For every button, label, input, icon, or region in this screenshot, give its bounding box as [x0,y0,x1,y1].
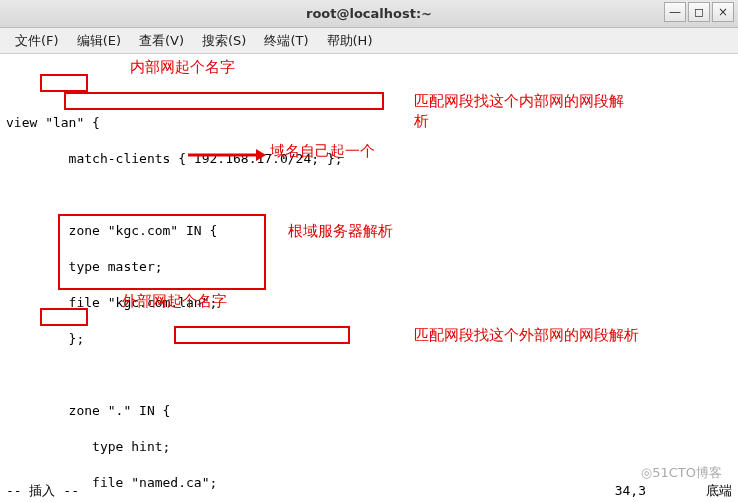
scroll-location: 底端 [706,482,732,500]
menubar: 文件(F) 编辑(E) 查看(V) 搜索(S) 终端(T) 帮助(H) [0,28,738,54]
arrow-icon [188,148,266,162]
code-line: type master; [6,258,732,276]
close-button[interactable]: × [712,2,734,22]
terminal-area[interactable]: view "lan" { match-clients { 192.168.17.… [0,54,738,502]
menu-edit[interactable]: 编辑(E) [68,29,130,53]
code-line: match-clients { 192.168.17.0/24; }; [6,150,732,168]
menu-file[interactable]: 文件(F) [6,29,68,53]
window-title: root@localhost:~ [0,6,738,21]
code-line: zone "." IN { [6,402,732,420]
menu-terminal[interactable]: 终端(T) [255,29,317,53]
menu-search[interactable]: 搜索(S) [193,29,255,53]
minimize-button[interactable]: — [664,2,686,22]
blank-line [6,78,732,96]
code-line: file "kgc.com.lan"; [6,294,732,312]
maximize-button[interactable]: ◻ [688,2,710,22]
cursor-position: 34,3 [615,482,646,500]
vim-mode: -- 插入 -- [6,482,79,500]
menu-help[interactable]: 帮助(H) [318,29,382,53]
code-line: }; [6,330,732,348]
code-line [6,186,732,204]
status-bar: -- 插入 -- 34,3 底端 [6,482,732,500]
watermark: ◎51CTO博客 [641,464,722,482]
code-line: zone "kgc.com" IN { [6,222,732,240]
titlebar: root@localhost:~ — ◻ × [0,0,738,28]
code-line [6,366,732,384]
window-controls: — ◻ × [664,2,734,22]
annotation-lan-name: 内部网起个名字 [130,58,235,76]
code-line: type hint; [6,438,732,456]
svg-marker-1 [256,149,266,161]
code-line: view "lan" { [6,114,732,132]
menu-view[interactable]: 查看(V) [130,29,193,53]
